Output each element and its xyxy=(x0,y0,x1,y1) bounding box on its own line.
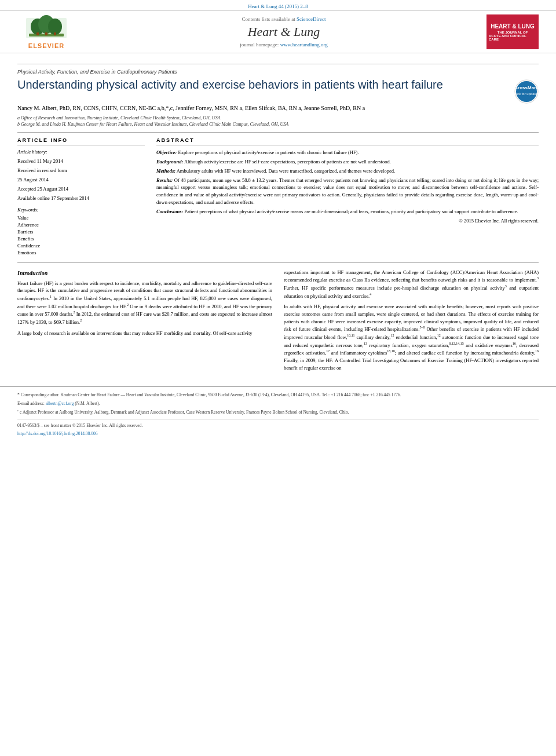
journal-center: Contents lists available at ScienceDirec… xyxy=(81,16,487,48)
copyright: © 2015 Elsevier Inc. All rights reserved… xyxy=(156,217,539,225)
keyword-adherence: Adherence xyxy=(17,222,145,228)
hl-logo-title: HEART & LUNG xyxy=(491,23,535,30)
footnote-c: c c Adjunct Professor at Aalborg Univers… xyxy=(17,408,539,415)
keyword-benefits: Benefits xyxy=(17,236,145,242)
footnote-email: E-mail address: albertn@ccf.org (N.M. Al… xyxy=(17,400,539,407)
svg-text:click for updates: click for updates xyxy=(514,92,539,96)
divider-1 xyxy=(17,64,539,64)
online-date: Available online 17 September 2014 xyxy=(17,195,145,202)
article-info-col: ARTICLE INFO Article history: Received 1… xyxy=(17,137,145,256)
revised-date: 25 August 2014 xyxy=(17,177,145,184)
abstract-text: Objective: Explore perceptions of physic… xyxy=(156,149,539,225)
journal-volume: Heart & Lung 44 (2015) 2–8 xyxy=(248,3,308,9)
info-abstract-cols: ARTICLE INFO Article history: Received 1… xyxy=(17,137,539,256)
keyword-confidence: Confidence xyxy=(17,243,145,249)
abstract-results: Results: Of 48 participants, mean age wa… xyxy=(156,177,539,206)
title-row: Understanding physical activity and exer… xyxy=(17,77,539,105)
intro-p3: expectations important to HF management,… xyxy=(284,269,539,300)
footer: * Corresponding author. Kaufman Center f… xyxy=(0,386,556,443)
authors: Nancy M. Albert, PhD, RN, CCNS, CHFN, CC… xyxy=(17,105,539,111)
abstract-col: ABSTRACT Objective: Explore perceptions … xyxy=(156,137,539,256)
title-block: Understanding physical activity and exer… xyxy=(17,77,509,97)
journal-title: Heart & Lung xyxy=(93,24,475,39)
article-title: Understanding physical activity and exer… xyxy=(17,77,509,92)
affiliation-a: a Office of Research and Innovation, Nur… xyxy=(17,115,539,121)
crossmark-icon: CrossMark click for updates xyxy=(514,79,539,104)
intro-p4: In adults with HF, physical activity and… xyxy=(284,303,539,371)
svg-text:CrossMark: CrossMark xyxy=(514,85,539,90)
hl-logo: HEART & LUNG THE JOURNAL OF ACUTE AND CR… xyxy=(487,14,539,49)
doi-link[interactable]: http://dx.doi.org/10.1016/j.hrtlng.2014.… xyxy=(17,431,97,436)
svg-point-4 xyxy=(48,19,62,35)
keyword-emotions: Emotions xyxy=(17,250,145,255)
divider-3 xyxy=(17,262,539,263)
elsevier-tree-icon xyxy=(23,15,70,41)
keyword-barriers: Barriers xyxy=(17,229,145,235)
footnote-doi: http://dx.doi.org/10.1016/j.hrtlng.2014.… xyxy=(17,430,539,437)
elsevier-logo-container: ELSEVIER xyxy=(12,15,81,49)
journal-header: ELSEVIER Contents lists available at Sci… xyxy=(0,10,556,53)
body-columns: Introduction Heart failure (HF) is a gre… xyxy=(17,269,539,375)
sciencedirect-link[interactable]: ScienceDirect xyxy=(297,16,325,22)
divider-2 xyxy=(17,132,539,133)
article-content: Physical Activity, Function, and Exercis… xyxy=(0,53,556,381)
article-info-header: ARTICLE INFO xyxy=(17,137,145,145)
crossmark-container: CrossMark click for updates xyxy=(514,79,539,105)
keywords-label: Keywords: xyxy=(17,207,145,213)
section-label: Physical Activity, Function, and Exercis… xyxy=(17,69,539,75)
hl-logo-sub2: ACUTE AND CRITICAL CARE xyxy=(489,34,536,41)
svg-rect-5 xyxy=(36,32,39,35)
intro-p1: Heart failure (HF) is a great burden wit… xyxy=(17,280,272,326)
received-date: Received 11 May 2014 xyxy=(17,158,145,165)
page: Heart & Lung 44 (2015) 2–8 xyxy=(0,0,556,756)
keywords-section: Keywords: Value Adherence Barriers Benef… xyxy=(17,207,145,255)
top-bar: Heart & Lung 44 (2015) 2–8 xyxy=(0,0,556,10)
homepage-link[interactable]: www.heartandlung.org xyxy=(280,42,328,48)
sciencedirect-info: Contents lists available at ScienceDirec… xyxy=(93,16,475,22)
abstract-conclusions: Conclusions: Patient perceptions of what… xyxy=(156,208,539,216)
keyword-value: Value xyxy=(17,215,145,221)
svg-rect-7 xyxy=(54,32,56,35)
abstract-header: ABSTRACT xyxy=(156,137,539,145)
hl-logo-container: HEART & LUNG THE JOURNAL OF ACUTE AND CR… xyxy=(487,14,544,49)
svg-point-9 xyxy=(516,81,537,102)
affiliations: a Office of Research and Innovation, Nur… xyxy=(17,115,539,127)
journal-homepage: journal homepage: www.heartandlung.org xyxy=(93,42,475,48)
history-label: Article history: xyxy=(17,149,145,156)
abstract-methods: Methods: Ambulatory adults with HF were … xyxy=(156,167,539,175)
footer-divider xyxy=(17,419,539,419)
abstract-objective: Objective: Explore perceptions of physic… xyxy=(156,149,539,156)
footnote-corresponding: * Corresponding author. Kaufman Center f… xyxy=(17,392,539,398)
svg-rect-6 xyxy=(45,32,47,35)
body-col-right: expectations important to HF management,… xyxy=(284,269,539,375)
accepted-date: Accepted 25 August 2014 xyxy=(17,186,145,193)
footnote-issn: 0147-9563/$ – see front matter © 2015 El… xyxy=(17,422,539,429)
affiliation-b: b George M. and Linda H. Kaufman Center … xyxy=(17,121,539,127)
intro-heading: Introduction xyxy=(17,269,272,277)
footnote-divider-area: 0147-9563/$ – see front matter © 2015 El… xyxy=(17,419,539,437)
revised-label: Received in revised form xyxy=(17,167,145,174)
elsevier-brand-text: ELSEVIER xyxy=(28,42,64,49)
email-link[interactable]: albertn@ccf.org xyxy=(46,401,74,406)
body-col-left: Introduction Heart failure (HF) is a gre… xyxy=(17,269,272,375)
intro-p2: A large body of research is available on… xyxy=(17,330,272,337)
abstract-background: Background: Although activity/exercise a… xyxy=(156,158,539,166)
